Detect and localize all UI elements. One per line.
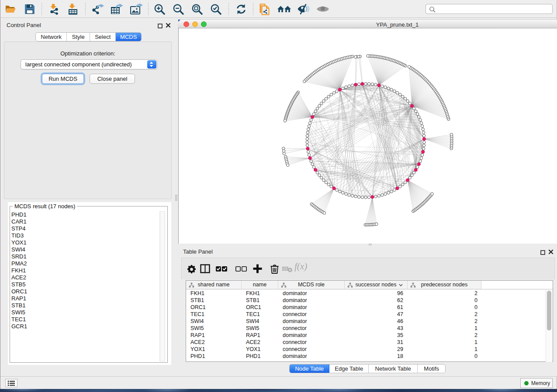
mcds-result-item[interactable]: CAR1 [11,218,27,225]
delete-table-icon[interactable] [282,263,293,276]
float-table-panel-button[interactable] [540,249,545,257]
cell-shared-name: ACE2 [190,339,205,345]
close-table-panel-button[interactable] [548,248,554,256]
table-row[interactable]: FKH1 FKH1 dominator 96 2 [186,290,553,297]
network-graph [179,28,557,243]
mcds-result-item[interactable]: SRD1 [11,253,27,260]
table-row[interactable]: TEC1 TEC1 connector 47 2 [186,311,553,318]
cell-name: YOX1 [246,346,260,352]
tab-select[interactable]: Select [90,33,116,41]
apply-function-icon[interactable]: f(x) [294,261,307,272]
task-history-button[interactable] [5,379,17,387]
task-list-icon [7,380,15,386]
open-session-icon[interactable] [5,3,16,15]
zoom-out-icon[interactable] [173,3,184,15]
select-all-checkboxes-icon[interactable] [215,263,228,276]
save-session-icon[interactable] [24,3,35,15]
export-network-icon[interactable] [92,3,104,15]
tab-style[interactable]: Style [67,33,90,41]
tab-node-table[interactable]: Node Table [290,364,329,373]
table-row[interactable]: RAP1 RAP1 dominator 35 2 [186,332,553,339]
refresh-layout-icon[interactable] [235,3,247,15]
import-table-icon[interactable] [67,3,79,15]
cytoscape-window: Control Panel Network Style Select MCDS … [0,0,557,389]
optimization-criterion-select[interactable]: largest connected component (undirected) [21,59,157,69]
mcds-result-scrollbar[interactable] [159,211,165,361]
toolbar-separator [148,3,149,15]
go-home-icon[interactable] [277,3,291,15]
table-row[interactable]: ACE2 ACE2 connector 31 1 [186,339,553,346]
cell-shared-name: PHD1 [190,353,205,359]
column-header-name[interactable]: name [242,281,278,289]
network-view-window: YPA_prune.txt_1 [178,18,557,244]
import-network-icon[interactable] [48,3,60,15]
mcds-result-item[interactable]: STB1 [11,302,27,309]
cell-name: FKH1 [246,290,260,296]
table-row[interactable]: SWI4 SWI4 dominator 46 2 [186,318,553,325]
cell-successor-nodes: 96 [345,290,403,296]
tab-motifs[interactable]: Motifs [418,364,445,373]
column-label: MCDS role [278,282,344,288]
mcds-result-title: MCDS result (17 nodes) [13,203,77,210]
column-header-shared-name[interactable]: shared name [186,281,242,289]
tab-network[interactable]: Network [36,33,67,41]
table-row[interactable]: PHD1 PHD1 dominator 18 0 [186,353,553,360]
table-row[interactable]: SWI5 SWI5 connector 43 1 [186,325,553,332]
column-label: predecessor nodes [408,282,481,288]
tab-mcds[interactable]: MCDS [116,33,141,41]
table-row[interactable]: YOX1 YOX1 connector 29 1 [186,346,553,353]
deselect-all-checkboxes-icon[interactable] [235,263,247,276]
split-columns-icon[interactable] [200,263,211,276]
delete-column-icon[interactable] [269,263,280,276]
export-table-icon[interactable] [110,3,121,15]
table-scrollbar[interactable] [546,290,552,362]
mcds-result-item[interactable]: GCR1 [11,323,27,330]
mcds-result-item[interactable]: PMA2 [11,260,27,267]
memory-button[interactable]: Memory [520,378,553,388]
mcds-result-item[interactable]: PHD1 [11,211,27,218]
column-header-successor-nodes[interactable]: successor nodes [345,281,408,289]
mcds-result-item[interactable]: TID3 [11,232,27,239]
zoom-fit-icon[interactable] [191,3,203,15]
close-panel-button[interactable] [166,22,171,30]
mcds-result-item[interactable]: RAP1 [11,295,27,302]
column-header-predecessor-nodes[interactable]: predecessor nodes [408,281,481,289]
mcds-result-item[interactable]: STB5 [11,281,27,288]
mcds-result-item[interactable]: SWI4 [11,246,27,253]
network-canvas[interactable] [178,28,557,244]
zoom-selected-icon[interactable] [210,3,221,15]
cell-successor-nodes: 46 [345,318,403,324]
window-close-button[interactable] [183,21,189,27]
close-panel-button-mcds[interactable]: Close panel [90,74,135,84]
clone-network-icon[interactable] [259,3,270,15]
zoom-in-icon[interactable] [154,3,165,15]
table-row[interactable]: ORC1 ORC1 dominator 61 0 [186,304,553,311]
window-maximize-button[interactable] [201,21,207,27]
column-header-MCDS-role[interactable]: MCDS role [278,281,345,289]
tab-network-table[interactable]: Network Table [369,364,418,373]
hide-panel-eye-icon[interactable] [297,3,310,15]
node-table[interactable]: shared namename MCDS role successor node… [186,280,553,362]
mcds-result-item[interactable]: ACE2 [11,274,27,281]
toolbar-separator [228,3,229,15]
float-panel-button[interactable] [158,22,163,30]
run-mcds-button[interactable]: Run MCDS [42,74,84,84]
table-row[interactable]: STB1 STB1 dominator 62 0 [186,297,553,304]
tab-edge-table[interactable]: Edge Table [329,364,369,373]
show-panel-eye-icon[interactable] [316,3,329,15]
settings-gear-icon[interactable] [186,263,197,276]
mcds-result-list[interactable]: PHD1CAR1STP4TID3YOX1SWI4SRD1PMA2FKH1ACE2… [11,211,27,330]
mcds-result-item[interactable]: FKH1 [11,267,27,274]
window-minimize-button[interactable] [192,21,198,27]
search-input[interactable] [438,5,550,13]
cell-shared-name: RAP1 [190,332,205,338]
search-icon [429,6,436,13]
mcds-result-item[interactable]: YOX1 [11,239,27,246]
export-image-icon[interactable] [130,3,141,15]
mcds-result-item[interactable]: TEC1 [11,316,27,323]
network-view-titlebar[interactable]: YPA_prune.txt_1 [178,19,557,28]
mcds-result-item[interactable]: ORC1 [11,288,27,295]
mcds-result-item[interactable]: STP4 [11,225,27,232]
add-column-icon[interactable] [252,263,263,276]
mcds-result-item[interactable]: SWI5 [11,309,27,316]
